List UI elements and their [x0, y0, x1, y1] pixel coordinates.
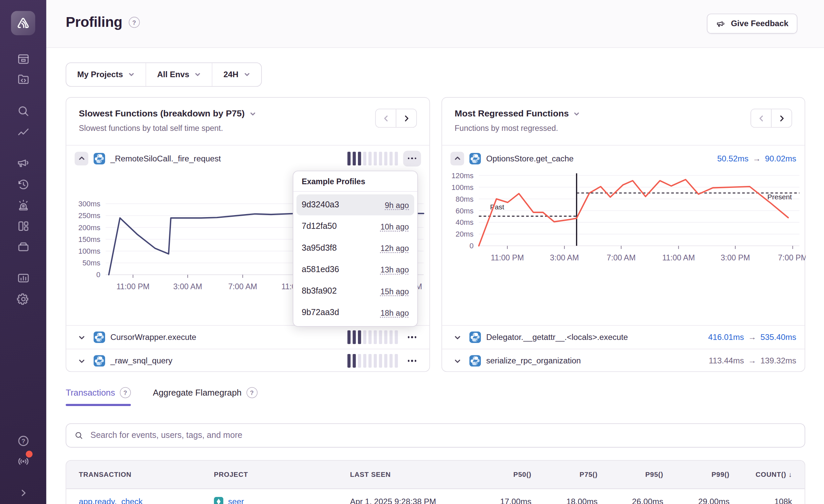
function-name[interactable]: _RemoteSiloCall._fire_request: [110, 154, 221, 163]
after-duration-link[interactable]: 535.40ms: [761, 333, 796, 342]
line-chart[interactable]: 020ms40ms60ms80ms100ms120ms11:00 PM3:00 …: [442, 171, 806, 325]
sidebar-item-stats[interactable]: [13, 269, 34, 287]
tab-aggregate-flamegraph[interactable]: Aggregate Flamegraph ?: [153, 387, 257, 406]
profile-item[interactable]: 8b3fa902 15h ago: [296, 281, 414, 302]
function-row[interactable]: _RemoteSiloCall._fire_request: [66, 146, 429, 171]
project-cell: seer: [214, 497, 350, 504]
tab-transactions[interactable]: Transactions ?: [66, 387, 131, 406]
profile-time-link[interactable]: 9h ago: [385, 200, 409, 209]
date-range-filter[interactable]: 24H: [212, 63, 261, 86]
previous-page-button[interactable]: [751, 109, 771, 127]
chevron-down-icon: [78, 357, 85, 364]
column-header-count[interactable]: COUNT() ↓: [730, 471, 792, 478]
sidebar-whats-new[interactable]: [13, 452, 34, 470]
column-header-project[interactable]: PROJECT: [214, 471, 350, 478]
sidebar-item-alerts[interactable]: [13, 196, 34, 214]
function-row[interactable]: OptionsStore.get_cache 50.52ms → 90.02ms: [442, 146, 805, 171]
function-name[interactable]: Delegator.__getattr__.<locals>.execute: [486, 333, 628, 342]
most-regressed-panel: Most Regressed Functions Functions by mo…: [442, 97, 805, 372]
seer-project-icon: [214, 497, 223, 504]
panel-title-label: Most Regressed Functions: [455, 109, 569, 119]
transaction-link[interactable]: app.ready._check: [79, 497, 143, 504]
profile-id: 9b72aa3d: [302, 308, 339, 317]
function-row[interactable]: Delegator.__getattr__.<locals>.execute 4…: [442, 325, 805, 349]
profile-item[interactable]: 7d12fa50 10h ago: [296, 216, 414, 237]
column-header-last-seen[interactable]: LAST SEEN: [350, 471, 465, 478]
environment-filter[interactable]: All Envs: [146, 63, 212, 86]
next-page-button[interactable]: [771, 109, 791, 127]
more-options-button[interactable]: [403, 353, 421, 369]
sentry-logo[interactable]: [11, 11, 35, 35]
profile-time-link[interactable]: 18h ago: [380, 308, 409, 317]
regression-values: 416.01ms → 535.40ms: [708, 333, 796, 342]
before-duration-link[interactable]: 50.52ms: [717, 154, 748, 163]
svg-text:150ms: 150ms: [78, 235, 100, 244]
profile-time-link[interactable]: 13h ago: [380, 265, 409, 274]
sidebar-item-projects[interactable]: [13, 70, 34, 88]
profile-time-link[interactable]: 12h ago: [380, 244, 409, 253]
profile-item[interactable]: a581ed36 13h ago: [296, 259, 414, 280]
column-header-transaction[interactable]: TRANSACTION: [79, 471, 214, 478]
column-header-p95[interactable]: P95(): [598, 471, 663, 478]
page-title: Profiling: [66, 14, 123, 31]
svg-text:60ms: 60ms: [456, 207, 474, 215]
search-input[interactable]: [89, 430, 797, 441]
next-page-button[interactable]: [396, 109, 416, 127]
profile-item[interactable]: 9d3240a3 9h ago: [296, 194, 414, 215]
sidebar-help[interactable]: ?: [13, 432, 34, 450]
profile-time-link[interactable]: 15h ago: [380, 287, 409, 296]
column-header-p99[interactable]: P99(): [663, 471, 729, 478]
function-row[interactable]: CursorWrapper.execute: [66, 325, 429, 349]
sidebar-item-replays[interactable]: [13, 175, 34, 193]
siren-icon: [16, 198, 30, 212]
function-name[interactable]: _raw_snql_query: [110, 356, 173, 365]
tab-label: Aggregate Flamegraph: [153, 388, 241, 398]
table-row[interactable]: app.ready._check seer Apr 1, 2025 9:28:3…: [66, 489, 805, 504]
column-header-p50[interactable]: P50(): [466, 471, 532, 478]
slowest-functions-title[interactable]: Slowest Functions (breakdown by P75): [79, 109, 417, 119]
function-name[interactable]: CursorWrapper.execute: [110, 333, 196, 342]
profile-item[interactable]: 9b72aa3d 18h ago: [296, 302, 414, 323]
archive-box-icon: [16, 239, 30, 253]
previous-page-button[interactable]: [376, 109, 396, 127]
sidebar-item-settings[interactable]: [13, 290, 34, 308]
expand-button[interactable]: [450, 331, 464, 344]
more-options-button[interactable]: [403, 329, 421, 345]
profile-id: 7d12fa50: [302, 222, 336, 231]
svg-text:200ms: 200ms: [78, 223, 100, 232]
collapse-button[interactable]: [75, 152, 88, 165]
project-link[interactable]: seer: [228, 497, 244, 504]
profile-time-link[interactable]: 10h ago: [380, 222, 409, 231]
profile-item[interactable]: 3a95d3f8 12h ago: [296, 238, 414, 259]
after-duration-link[interactable]: 90.02ms: [765, 154, 796, 163]
sidebar-item-releases[interactable]: [13, 238, 34, 255]
svg-text:7:00 AM: 7:00 AM: [228, 282, 257, 291]
search-bar[interactable]: [66, 423, 805, 448]
more-options-button[interactable]: [403, 150, 421, 166]
page-help-icon[interactable]: ?: [129, 17, 140, 28]
function-name[interactable]: OptionsStore.get_cache: [486, 154, 574, 163]
svg-text:80ms: 80ms: [456, 195, 474, 203]
sidebar-item-feedback[interactable]: [13, 154, 34, 172]
sidebar-item-performance[interactable]: [13, 123, 34, 141]
collapse-button[interactable]: [450, 152, 464, 165]
function-name[interactable]: serialize_rpc_organization: [486, 356, 581, 365]
give-feedback-button[interactable]: Give Feedback: [707, 14, 797, 34]
panel-subtitle: Functions by most regressed.: [455, 123, 792, 133]
function-row[interactable]: _raw_snql_query: [66, 349, 429, 372]
function-row[interactable]: serialize_rpc_organization 113.44ms → 13…: [442, 349, 805, 372]
python-icon: [469, 332, 481, 343]
sidebar-item-dashboards[interactable]: [13, 217, 34, 235]
expand-button[interactable]: [75, 331, 88, 344]
expand-button[interactable]: [450, 354, 464, 368]
before-duration-link[interactable]: 416.01ms: [708, 333, 744, 342]
sidebar-item-issues[interactable]: [13, 50, 34, 68]
help-icon[interactable]: ?: [246, 387, 258, 398]
project-filter[interactable]: My Projects: [66, 63, 145, 86]
sidebar-item-discover[interactable]: [13, 102, 34, 120]
expand-button[interactable]: [75, 354, 88, 368]
sidebar-collapse[interactable]: [13, 484, 34, 502]
most-regressed-title[interactable]: Most Regressed Functions: [455, 109, 792, 119]
help-icon[interactable]: ?: [120, 387, 131, 398]
column-header-p75[interactable]: P75(): [532, 471, 598, 478]
